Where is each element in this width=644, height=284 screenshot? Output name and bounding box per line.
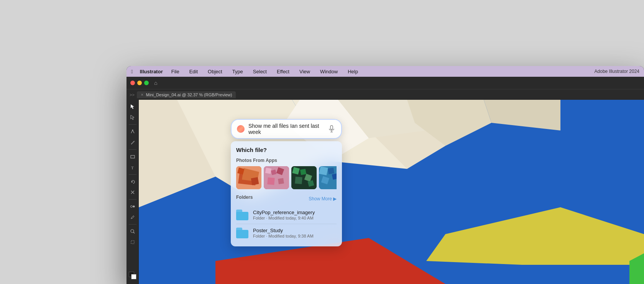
main-content: T [127,100,644,284]
background-color[interactable] [131,274,136,279]
folder-info-2: Poster_Study Folder · Modified today, 9:… [253,228,337,238]
canvas-area: Show me all files Ian sent last week Whi… [139,100,644,284]
tool-separator-1 [129,124,136,125]
maximize-button[interactable] [144,81,149,85]
folder-divider [236,224,337,224]
menu-window[interactable]: Window [319,68,339,75]
folder-item-1[interactable]: CityPop_reference_imagery Folder · Modif… [236,207,337,223]
title-bar: ⌂ [127,77,644,89]
folder-info-1: CityPop_reference_imagery Folder · Modif… [253,210,337,220]
folder-item-2[interactable]: Poster_Study Folder · Modified today, 9:… [236,225,337,241]
photo-thumb-3[interactable] [291,166,317,189]
apple-menu[interactable]:  [131,69,133,74]
selection-tool[interactable] [128,102,137,111]
svg-point-7 [133,206,135,208]
menu-object[interactable]: Object [206,68,224,75]
svg-rect-3 [131,155,135,158]
close-button[interactable] [130,81,135,85]
folder-meta-1: Folder · Modified today, 9:40 AM [253,216,337,220]
zoom-tool[interactable] [128,227,137,236]
menu-bar:  Illustrator File Edit Object Type Sele… [127,66,644,77]
menu-file[interactable]: File [170,68,181,75]
file-picker: Which file? Photos From Apps [231,141,342,246]
traffic-lights [130,81,149,85]
search-bar[interactable]: Show me all files Ian sent last week [231,119,342,139]
eyedropper-tool[interactable] [128,213,137,222]
svg-rect-47 [319,166,328,175]
folder-icon-2 [236,228,248,238]
svg-rect-38 [267,177,275,185]
svg-rect-42 [300,169,306,175]
svg-point-6 [130,206,132,208]
show-more-icon: ▶ [333,196,337,201]
home-icon[interactable]: ⌂ [154,80,157,86]
photo-thumb-2[interactable] [264,166,289,189]
pen-tool[interactable] [128,127,137,136]
menu-help[interactable]: Help [346,68,360,75]
svg-rect-10 [131,241,134,244]
svg-marker-5 [131,181,133,183]
photo-thumb-4[interactable] [319,166,337,189]
reflect-tool[interactable] [128,188,137,197]
type-tool[interactable]: T [128,163,137,172]
menu-edit[interactable]: Edit [188,68,199,75]
photos-section-title: Photos From Apps [236,158,337,163]
app-name[interactable]: Illustrator [140,69,163,74]
show-more-button[interactable]: Show More ▶ [309,196,337,201]
svg-text:T: T [131,165,134,170]
siri-icon [237,125,245,133]
mac-window:  Illustrator File Edit Object Type Sele… [127,66,644,284]
folder-icon-1 [236,210,248,220]
tab-filename: Mini_Design_04.ai @ 32.37 % (RGB/Preview… [146,92,232,97]
photo-thumb-1[interactable] [236,166,261,189]
menu-effect[interactable]: Effect [275,68,291,75]
tab-file[interactable]: ✕ Mini_Design_04.ai @ 32.37 % (RGB/Previ… [137,91,236,98]
photo-thumbnails [236,166,337,189]
minimize-button[interactable] [137,81,142,85]
svg-rect-48 [328,168,334,174]
color-swatches [129,272,136,282]
svg-line-9 [133,232,135,233]
tool-separator-5 [129,224,136,225]
svg-rect-43 [295,177,302,184]
rotate-tool[interactable] [128,177,137,186]
search-input[interactable]: Show me all files Ian sent last week [248,123,324,135]
svg-rect-35 [265,168,271,174]
folder-name-1: CityPop_reference_imagery [253,210,337,215]
svg-point-8 [131,230,134,233]
folder-name-2: Poster_Study [253,228,337,233]
tool-separator-2 [129,149,136,150]
svg-rect-39 [278,178,284,184]
artboard-tool[interactable] [128,238,137,247]
folders-section-title: Folders [236,195,253,200]
svg-rect-33 [251,177,259,185]
tool-separator-4 [129,199,136,200]
blend-tool[interactable] [128,202,137,211]
color-swatch-pair[interactable] [129,272,136,279]
tab-close-icon[interactable]: ✕ [141,93,144,97]
adobe-version: Adobe Illustrator 2024 [595,69,639,74]
svg-rect-26 [330,125,333,129]
folder-meta-2: Folder · Modified today, 9:38 AM [253,234,337,238]
tool-separator-3 [129,174,136,175]
pencil-tool[interactable] [128,138,137,147]
menu-type[interactable]: Type [231,68,245,75]
tab-dots[interactable]: >> [130,92,135,97]
folders-header: Folders Show More ▶ [236,195,337,203]
rectangle-tool[interactable] [128,152,137,161]
direct-selection-tool[interactable] [128,113,137,122]
toolbar: T [127,100,139,284]
svg-marker-1 [131,115,134,120]
search-overlay: Show me all files Ian sent last week Whi… [231,119,342,246]
menu-view[interactable]: View [298,68,312,75]
artwork [139,100,644,284]
menu-select[interactable]: Select [251,68,268,75]
svg-marker-0 [131,104,134,109]
svg-point-2 [132,130,133,131]
which-file-label: Which file? [236,147,337,153]
mic-icon[interactable] [327,125,336,133]
tabs-bar: >> ✕ Mini_Design_04.ai @ 32.37 % (RGB/Pr… [127,89,644,100]
